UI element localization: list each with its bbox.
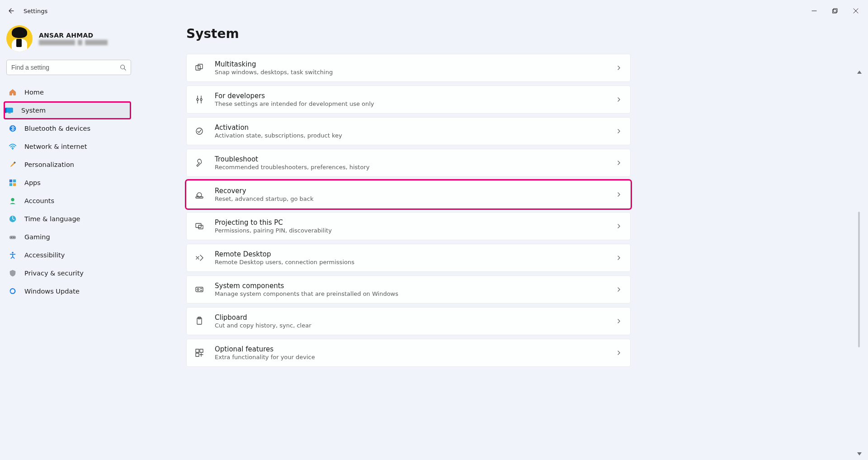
nav-label: Bluetooth & devices [24, 125, 90, 132]
maximize-icon [832, 8, 838, 14]
card-desc: Extra functionality for your device [215, 354, 605, 360]
clock-globe-icon [8, 214, 17, 223]
card-multitasking[interactable]: Multitasking Snap windows, desktops, tas… [186, 54, 631, 82]
wrench-icon [195, 158, 204, 167]
sidebar: ANSAR AHMAD Home System [0, 22, 136, 460]
card-projecting[interactable]: Projecting to this PC Permissions, pairi… [186, 212, 631, 240]
minimize-icon [811, 8, 817, 14]
nav-label: Gaming [24, 233, 50, 241]
search-icon [120, 64, 126, 71]
chevron-right-icon [616, 286, 622, 293]
svg-point-5 [121, 65, 125, 69]
window-title: Settings [24, 8, 47, 14]
card-optional-features[interactable]: Optional features Extra functionality fo… [186, 339, 631, 367]
main-content: System Multitasking Snap windows, deskto… [136, 22, 868, 460]
svg-point-26 [196, 128, 203, 134]
nav-label: Accessibility [24, 251, 65, 259]
brush-icon [8, 160, 17, 169]
settings-list: Multitasking Snap windows, desktops, tas… [186, 54, 631, 367]
close-button[interactable] [845, 4, 866, 18]
chevron-right-icon [616, 160, 622, 166]
card-title: Clipboard [215, 313, 605, 322]
chevron-right-icon [616, 191, 622, 198]
nav-label: Privacy & security [24, 270, 84, 277]
nav-update[interactable]: Windows Update [4, 282, 131, 300]
accessibility-icon [8, 251, 17, 260]
card-activation[interactable]: Activation Activation state, subscriptio… [186, 117, 631, 145]
svg-point-20 [14, 237, 14, 238]
title-bar-left: Settings [6, 7, 47, 15]
card-title: Recovery [215, 187, 605, 195]
nav-personalization[interactable]: Personalization [4, 156, 131, 174]
person-icon [8, 196, 17, 205]
nav-network[interactable]: Network & internet [4, 138, 131, 156]
svg-rect-8 [8, 113, 10, 113]
card-desc: Manage system components that are preins… [215, 290, 605, 297]
card-desc: Activation state, subscriptions, product… [215, 132, 605, 139]
svg-rect-36 [196, 349, 199, 352]
svg-rect-18 [9, 236, 16, 239]
minimize-button[interactable] [804, 4, 825, 18]
nav-list: Home System Bluetooth & devices Network … [0, 83, 136, 300]
chevron-right-icon [616, 65, 622, 71]
scroll-down-arrow-icon[interactable] [857, 452, 862, 455]
card-title: Multitasking [215, 60, 605, 68]
profile-email-redacted [39, 40, 108, 45]
app-body: ANSAR AHMAD Home System [0, 22, 868, 460]
card-title: Optional features [215, 345, 605, 353]
nav-privacy[interactable]: Privacy & security [4, 264, 131, 282]
nav-apps[interactable]: Apps [4, 174, 131, 192]
scrollbar-thumb[interactable] [858, 212, 860, 347]
svg-point-19 [11, 237, 12, 238]
search-box[interactable] [6, 60, 131, 75]
card-developers[interactable]: For developers These settings are intend… [186, 85, 631, 114]
card-recovery[interactable]: Recovery Reset, advanced startup, go bac… [186, 180, 631, 209]
nav-accessibility[interactable]: Accessibility [4, 246, 131, 264]
svg-point-21 [12, 252, 14, 254]
profile-block[interactable]: ANSAR AHMAD [0, 25, 136, 58]
scroll-up-arrow-icon[interactable] [857, 71, 862, 74]
system-icon [5, 106, 14, 115]
card-desc: Cut and copy history, sync, clear [215, 322, 605, 329]
svg-rect-38 [196, 353, 199, 356]
card-title: Troubleshoot [215, 155, 605, 163]
card-remote-desktop[interactable]: Remote Desktop Remote Desktop users, con… [186, 244, 631, 272]
card-clipboard[interactable]: Clipboard Cut and copy history, sync, cl… [186, 307, 631, 335]
gamepad-icon [8, 232, 17, 242]
nav-system[interactable]: System [4, 101, 131, 119]
recovery-icon [195, 190, 204, 199]
nav-label: Apps [24, 179, 41, 186]
optional-features-icon [195, 348, 204, 357]
search-input[interactable] [11, 64, 115, 71]
nav-label: Windows Update [24, 288, 80, 295]
card-desc: Reset, advanced startup, go back [215, 195, 605, 202]
svg-line-6 [124, 69, 126, 71]
arrow-left-icon [7, 7, 14, 14]
svg-rect-37 [200, 349, 203, 352]
nav-label: System [21, 107, 46, 114]
close-icon [853, 8, 859, 14]
svg-point-16 [11, 198, 14, 201]
nav-home[interactable]: Home [4, 83, 131, 101]
nav-time[interactable]: Time & language [4, 210, 131, 228]
maximize-button[interactable] [825, 4, 845, 18]
back-button[interactable] [6, 7, 14, 15]
card-title: System components [215, 282, 605, 290]
card-title: Projecting to this PC [215, 218, 605, 227]
nav-gaming[interactable]: Gaming [4, 228, 131, 246]
card-desc: Recommended troubleshooters, preferences… [215, 164, 605, 171]
card-title: Activation [215, 123, 605, 132]
profile-name: ANSAR AHMAD [39, 32, 108, 39]
card-system-components[interactable]: System components Manage system componen… [186, 275, 631, 304]
svg-rect-7 [6, 108, 13, 113]
nav-accounts[interactable]: Accounts [4, 192, 131, 210]
card-desc: Remote Desktop users, connection permiss… [215, 259, 605, 266]
multitasking-icon [195, 63, 204, 72]
chevron-right-icon [616, 255, 622, 261]
nav-label: Home [24, 89, 44, 96]
search-container [0, 58, 136, 83]
svg-rect-2 [834, 9, 837, 12]
nav-bluetooth[interactable]: Bluetooth & devices [4, 119, 131, 138]
bluetooth-icon [8, 124, 17, 133]
card-troubleshoot[interactable]: Troubleshoot Recommended troubleshooters… [186, 149, 631, 177]
